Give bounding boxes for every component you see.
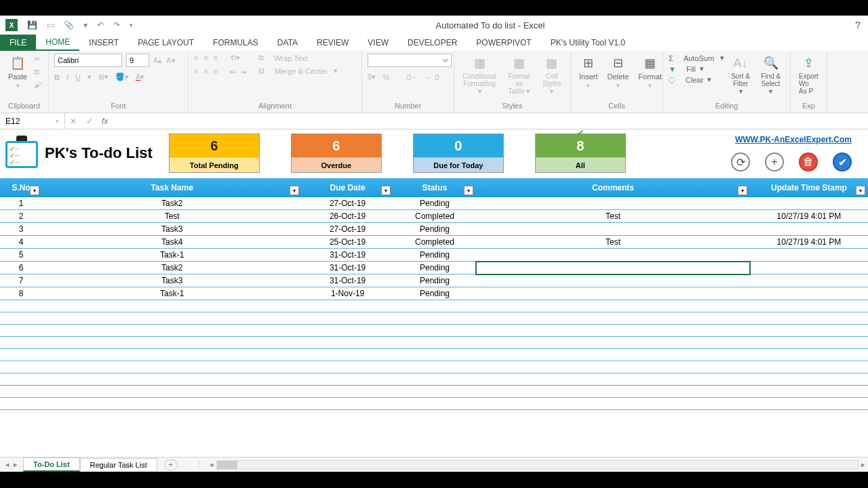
table-row[interactable] (0, 386, 868, 398)
cell[interactable]: Task4 (42, 236, 302, 249)
grow-font-icon[interactable]: A▴ (153, 56, 162, 65)
indent-dec-icon[interactable]: ⇤ (230, 68, 236, 77)
format-button[interactable]: ▦Format▾ (635, 54, 665, 90)
tab-review[interactable]: REVIEW (307, 35, 358, 51)
bold-button[interactable]: B (54, 73, 60, 81)
horizontal-scrollbar[interactable]: ⋮ ◂ ▸ (191, 460, 868, 470)
col-status[interactable]: Status▾ (393, 178, 476, 197)
cell[interactable] (476, 197, 750, 210)
cell[interactable]: Pending (393, 249, 476, 262)
tab-data[interactable]: DATA (268, 35, 307, 51)
align-top-icon[interactable]: ≡ (194, 54, 198, 62)
table-row[interactable] (0, 373, 868, 386)
format-as-table-button[interactable]: ▦Format asTable ▾ (503, 54, 535, 96)
table-row[interactable] (0, 361, 868, 373)
cell[interactable]: 7 (0, 274, 42, 287)
table-row[interactable]: 2Test26-Oct-19CompletedTest10/27/19 4:01… (0, 210, 868, 223)
cell[interactable]: 31-Oct-19 (302, 262, 393, 274)
col-sno[interactable]: S.No▾ (0, 178, 42, 197)
cell[interactable]: Task3 (42, 274, 302, 287)
cell[interactable]: Task2 (42, 262, 302, 274)
underline-button[interactable]: U (75, 73, 81, 81)
dec-decimal-icon[interactable]: ←.0 (425, 73, 439, 81)
tab-formulas[interactable]: FORMULAS (203, 35, 268, 51)
cell[interactable]: 1-Nov-19 (302, 287, 393, 300)
filter-icon[interactable]: ▾ (290, 186, 299, 195)
sheet-nav-last-icon[interactable]: ▸ (14, 460, 18, 469)
currency-icon[interactable]: $▾ (368, 73, 376, 81)
copy-icon[interactable]: ⧉ (34, 68, 41, 77)
col-comments[interactable]: Comments▾ (476, 178, 750, 197)
cell[interactable]: Pending (393, 197, 476, 210)
find-select-button[interactable]: 🔍Find &Select ▾ (757, 54, 785, 96)
table-row[interactable]: 4Task425-Oct-19CompletedTest10/27/19 4:0… (0, 236, 868, 249)
cell[interactable] (476, 249, 750, 262)
cell[interactable] (476, 287, 750, 300)
sheet-tab[interactable]: Regular Task List (80, 458, 157, 471)
font-name-select[interactable] (54, 54, 122, 67)
cut-icon[interactable]: ✂ (34, 55, 41, 64)
cell[interactable]: Test (42, 210, 302, 223)
clear-button[interactable]: ◌ Clear▾ (669, 75, 724, 84)
cell[interactable] (750, 262, 868, 274)
cell[interactable]: Pending (393, 262, 476, 274)
cell[interactable]: 10/27/19 4:01 PM (750, 236, 868, 249)
table-row[interactable]: 7Task331-Oct-19Pending (0, 274, 868, 287)
percent-icon[interactable]: % (382, 73, 389, 81)
cancel-formula-icon[interactable]: ✕ (65, 117, 81, 126)
qat-icon[interactable]: 📎 (64, 20, 74, 30)
cell[interactable] (476, 262, 750, 274)
sort-filter-button[interactable]: A↓Sort &Filter ▾ (728, 54, 753, 96)
tab-insert[interactable]: INSERT (79, 35, 128, 51)
filter-icon[interactable]: ▾ (738, 186, 747, 195)
cell[interactable]: 31-Oct-19 (302, 274, 393, 287)
table-row[interactable]: 1Task227-Oct-19Pending (0, 197, 868, 210)
cell[interactable]: 27-Oct-19 (302, 197, 393, 210)
comma-icon[interactable]: , (396, 73, 398, 81)
border-icon[interactable]: ⊞▾ (98, 73, 108, 81)
cell[interactable]: Pending (393, 223, 476, 236)
cell-styles-button[interactable]: ▦CellStyles ▾ (539, 54, 565, 96)
formatpainter-icon[interactable]: 🖌 (34, 81, 41, 89)
delete-button[interactable]: ⊟Delete▾ (605, 54, 632, 90)
cell[interactable] (750, 274, 868, 287)
export-button[interactable]: ⇪Export WoAs P (796, 54, 821, 96)
cell[interactable]: Completed (393, 236, 476, 249)
fill-button[interactable]: ▼ Fill▾ (669, 64, 724, 73)
cell[interactable]: 4 (0, 236, 42, 249)
enter-formula-icon[interactable]: ✓ (81, 117, 98, 126)
complete-button[interactable]: ✔ (833, 152, 852, 171)
cell[interactable]: 25-Oct-19 (302, 236, 393, 249)
qat-icon[interactable]: ▭ (47, 20, 54, 30)
table-row[interactable] (0, 300, 868, 312)
cell[interactable] (750, 249, 868, 262)
website-link[interactable]: WWW.PK-AnExcelExpert.Com (735, 135, 852, 144)
worksheet[interactable]: ✔─✔─✔─ PK's To-do List 6 Total Pending 6… (0, 129, 868, 457)
orientation-icon[interactable]: ⟲▾ (230, 54, 240, 62)
filter-icon[interactable]: ▾ (464, 186, 473, 195)
table-row[interactable]: 8Task-11-Nov-19Pending (0, 287, 868, 300)
tab-view[interactable]: VIEW (358, 35, 398, 51)
cell[interactable]: 2 (0, 210, 42, 223)
table-row[interactable]: 5Task-131-Oct-19Pending (0, 249, 868, 262)
fx-icon[interactable]: fx (98, 117, 112, 126)
tab-file[interactable]: FILE (0, 35, 36, 51)
fillcolor-icon[interactable]: 🪣▾ (115, 73, 129, 81)
align-left-icon[interactable]: ≡ (194, 67, 198, 75)
cell[interactable]: 26-Oct-19 (302, 210, 393, 223)
shrink-font-icon[interactable]: A▾ (166, 56, 175, 65)
cell[interactable]: Test (476, 236, 750, 249)
cell[interactable]: 8 (0, 287, 42, 300)
table-row[interactable]: 6Task231-Oct-19Pending (0, 262, 868, 274)
cell[interactable]: Pending (393, 287, 476, 300)
cell[interactable] (750, 197, 868, 210)
add-button[interactable]: + (765, 152, 784, 171)
fontcolor-icon[interactable]: A▾ (136, 73, 144, 81)
table-row[interactable] (0, 325, 868, 337)
sheet-nav-first-icon[interactable]: ◂ (5, 460, 9, 469)
cell[interactable]: 3 (0, 223, 42, 236)
autosum-button[interactable]: Σ AutoSum ▾ (669, 54, 724, 62)
undo-icon[interactable]: ↶ (97, 20, 104, 30)
cell[interactable]: Task-1 (42, 287, 302, 300)
name-box[interactable]: E12▾ (0, 113, 65, 129)
